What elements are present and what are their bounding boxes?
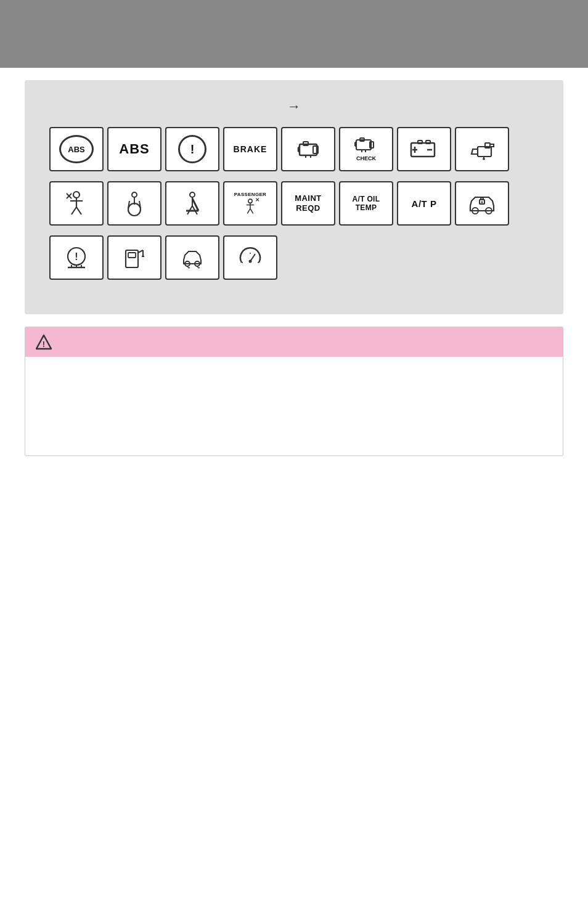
passenger-top-label: PASSENGER <box>234 192 266 198</box>
abs-circle-icon-box: ABS <box>49 127 104 171</box>
warning-box: ! <box>25 327 563 456</box>
warning-body <box>25 357 563 455</box>
svg-text:!: ! <box>43 340 45 349</box>
svg-rect-63 <box>128 253 136 258</box>
gray-box: → ABS ABS ! BRAKE <box>25 80 563 314</box>
svg-point-55 <box>481 202 483 203</box>
tire-pressure-icon-box: ! <box>49 235 104 280</box>
svg-text:!: ! <box>75 251 78 262</box>
icon-row-3: ! <box>49 235 539 280</box>
svg-rect-18 <box>418 141 422 144</box>
battery-icon-box <box>397 127 451 171</box>
svg-point-27 <box>73 192 80 198</box>
person-fall-icon <box>63 190 90 217</box>
fuel-icon-box <box>107 235 161 280</box>
svg-rect-19 <box>426 141 430 144</box>
exclamation-circle-icon-box: ! <box>165 127 219 171</box>
svg-line-30 <box>71 207 76 214</box>
maint-label: MAINTREQD <box>295 194 322 213</box>
engine-check-icon-box: CHECK <box>339 127 393 171</box>
maint-reqd-icon-box: MAINTREQD <box>281 181 335 226</box>
oil-icon-box <box>455 127 509 171</box>
svg-point-45 <box>248 200 252 203</box>
oil-icon <box>467 138 497 160</box>
svg-point-34 <box>132 192 137 197</box>
passenger-icon-box: PASSENGER <box>223 181 277 226</box>
exclamation-symbol: ! <box>190 142 195 157</box>
atp-icon-box: A/T P <box>397 181 451 226</box>
brake-label: BRAKE <box>234 144 267 154</box>
arrow-row: → <box>49 99 539 115</box>
icon-row-2: PASSENGER MAINTREQD A/T OILTEMP <box>49 181 539 226</box>
engine-check-svg <box>351 137 382 155</box>
seatbelt-icon-box <box>165 181 219 226</box>
abs-circle-label: ABS <box>68 145 84 154</box>
svg-line-49 <box>250 209 253 214</box>
car-lock-icon <box>467 191 497 216</box>
airbag-icon <box>121 190 148 217</box>
svg-line-41 <box>192 198 198 211</box>
speedometer-icon <box>237 244 264 271</box>
engine-icon-box <box>281 127 335 171</box>
tire-pressure-icon: ! <box>63 244 90 271</box>
svg-point-73 <box>249 260 252 263</box>
seatbelt-icon <box>179 190 206 217</box>
engine-icon <box>295 138 322 160</box>
svg-line-48 <box>247 209 250 214</box>
passenger-svg <box>237 197 264 214</box>
svg-line-64 <box>138 250 143 253</box>
person-fall-icon-box <box>49 181 104 226</box>
abs-text-icon-box: ABS <box>107 127 161 171</box>
traction-icon-box <box>165 235 219 280</box>
warning-icon: ! <box>35 333 52 351</box>
airbag-icon-box <box>107 181 161 226</box>
fuel-icon <box>121 244 148 271</box>
brake-icon-box: BRAKE <box>223 127 277 171</box>
atp-label: A/T P <box>412 198 437 209</box>
exclamation-circle-icon: ! <box>178 135 206 163</box>
main-content: → ABS ABS ! BRAKE <box>0 68 588 468</box>
speedometer-icon-box <box>223 235 277 280</box>
svg-point-36 <box>128 203 141 216</box>
header-bar <box>0 0 588 68</box>
arrow-symbol: → <box>287 99 301 115</box>
warning-header: ! <box>25 327 563 357</box>
abs-text-label: ABS <box>119 141 149 157</box>
traction-icon <box>179 244 206 271</box>
icon-row-1: ABS ABS ! BRAKE <box>49 127 539 171</box>
abs-circle-icon: ABS <box>59 135 94 163</box>
svg-line-31 <box>76 207 81 214</box>
check-label: CHECK <box>356 155 376 161</box>
warning-triangle-icon: ! <box>36 334 52 350</box>
battery-icon <box>409 138 439 160</box>
car-lock-icon-box <box>455 181 509 226</box>
svg-point-39 <box>190 192 195 197</box>
at-oil-temp-icon-box: A/T OILTEMP <box>339 181 393 226</box>
svg-point-26 <box>483 158 485 160</box>
at-oil-temp-label: A/T OILTEMP <box>353 195 380 213</box>
